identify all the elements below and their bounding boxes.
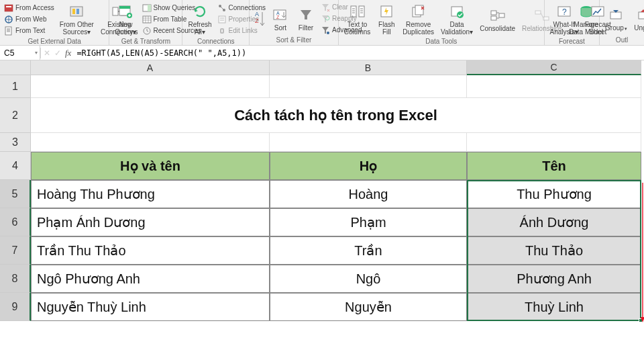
new-query-icon	[116, 3, 135, 20]
consolidate-icon	[488, 7, 507, 24]
ribbon-group-data-tools: Text toColumns FlashFill RemoveDuplicate…	[339, 0, 545, 45]
col-header-A[interactable]: A	[31, 60, 270, 75]
properties-icon	[217, 15, 227, 24]
flash-fill-label: FlashFill	[378, 21, 394, 36]
consolidate-label: Consolidate	[480, 25, 515, 32]
cell-B1[interactable]	[270, 75, 467, 98]
from-other-sources-icon	[67, 3, 86, 20]
col-header-C[interactable]: C	[467, 60, 641, 75]
from-text-button[interactable]: From Text	[3, 26, 56, 36]
row-header-3[interactable]: 3	[0, 133, 31, 152]
cell-C7[interactable]: Thu Thảo	[467, 236, 641, 265]
sort-button[interactable]: AZ Sort	[268, 5, 292, 33]
row-header-7[interactable]: 7	[0, 236, 31, 265]
clear-button[interactable]: Clear	[319, 2, 363, 13]
filter-label: Filter	[299, 24, 313, 32]
from-text-icon	[4, 26, 13, 36]
cell-B8[interactable]: Ngô	[270, 265, 467, 293]
cell-B3[interactable]	[270, 133, 467, 152]
group-label-connections: Connections	[182, 37, 249, 46]
svg-rect-33	[491, 16, 496, 20]
svg-rect-13	[148, 5, 151, 11]
cell-C8[interactable]: Phương Anh	[467, 265, 641, 293]
consolidate-button[interactable]: Consolidate	[477, 5, 518, 34]
refresh-all-button[interactable]: RefreshAll▾	[185, 1, 214, 37]
from-other-sources-button[interactable]: From OtherSources▾	[57, 1, 97, 37]
row-header-1[interactable]: 1	[0, 75, 31, 98]
row-header-9[interactable]: 9	[0, 293, 31, 321]
svg-rect-29	[415, 5, 423, 15]
cell-A3[interactable]	[31, 133, 270, 152]
cell-C5[interactable]: Thu Phương	[467, 180, 641, 208]
formula-input[interactable]	[74, 46, 644, 60]
from-access-label: From Access	[15, 4, 54, 11]
reapply-button[interactable]: Reapply	[319, 13, 363, 24]
new-query-button[interactable]: NewQuery▾	[112, 1, 139, 37]
data-validation-button[interactable]: DataValidation▾	[438, 1, 476, 37]
worksheet-grid[interactable]: A B C 1 2 3 4 5 6 7 8 9 Cách tách họ tên…	[0, 60, 644, 356]
recent-sources-icon	[142, 26, 152, 36]
cell-C4[interactable]: Tên	[467, 152, 641, 180]
clear-label: Clear	[332, 3, 348, 11]
cell-B6[interactable]: Phạm	[270, 208, 467, 236]
cell-A7[interactable]: Trần Thu Thảo	[31, 236, 270, 265]
group-label-transform: Get & Transform	[109, 37, 182, 46]
cancel-formula-icon[interactable]: ✕	[44, 48, 50, 58]
group-label-outline: Outl	[600, 36, 644, 45]
row-header-2[interactable]: 2	[0, 98, 31, 133]
group-button[interactable]: Group▾	[602, 5, 630, 33]
from-access-icon	[4, 3, 13, 13]
svg-rect-32	[491, 11, 496, 15]
cell-A4[interactable]: Họ và tên	[31, 152, 270, 180]
cell-C1[interactable]	[467, 75, 641, 98]
svg-rect-10	[119, 6, 130, 9]
ungroup-button[interactable]: Ungro	[631, 5, 644, 33]
relationships-label: Relationships	[522, 25, 562, 32]
enter-formula-icon[interactable]: ✓	[54, 48, 61, 58]
cell-C3[interactable]	[467, 133, 641, 152]
svg-rect-42	[639, 12, 644, 19]
edit-links-button[interactable]: Edit Links	[216, 26, 268, 36]
remove-duplicates-label: RemoveDuplicates	[402, 21, 434, 36]
svg-rect-3	[5, 27, 11, 35]
from-access-button[interactable]: From Access	[3, 3, 56, 13]
relationships-button[interactable]: Relationships	[519, 5, 565, 34]
svg-rect-36	[543, 17, 549, 20]
cell-A8[interactable]: Ngô Phương Anh	[31, 265, 270, 293]
svg-rect-5	[72, 9, 75, 14]
ungroup-label: Ungro	[634, 24, 644, 32]
cell-title-merged[interactable]: Cách tách họ tên trong Excel	[31, 98, 641, 133]
cell-A1[interactable]	[31, 75, 270, 98]
row-header-8[interactable]: 8	[0, 265, 31, 293]
fill-handle[interactable]	[639, 318, 643, 322]
properties-button[interactable]: Properties	[216, 14, 268, 25]
from-table-icon	[142, 15, 152, 24]
flash-fill-button[interactable]: FlashFill	[374, 1, 398, 37]
col-header-B[interactable]: B	[270, 60, 467, 75]
row-header-6[interactable]: 6	[0, 208, 31, 236]
group-label-data-tools: Data Tools	[339, 37, 544, 46]
cell-B4[interactable]: Họ	[270, 152, 467, 180]
cell-B9[interactable]: Nguyễn	[270, 293, 467, 321]
cell-B5[interactable]: Hoàng	[270, 180, 467, 208]
group-label-get-external: Get External Data	[0, 37, 109, 46]
remove-duplicates-button[interactable]: RemoveDuplicates	[400, 1, 437, 37]
fx-icon[interactable]: fx	[65, 48, 71, 58]
cell-C9[interactable]: Thuỳ Linh	[467, 293, 641, 321]
cell-A9[interactable]: Nguyễn Thuỳ Linh	[31, 293, 270, 321]
cell-A5[interactable]: Hoàng Thu Phương	[31, 180, 270, 208]
row-header-4[interactable]: 4	[0, 152, 31, 180]
row-header-5[interactable]: 5	[0, 180, 31, 208]
remove-duplicates-icon	[409, 3, 428, 20]
cell-C6[interactable]: Ánh Dương	[467, 208, 641, 236]
cell-A6[interactable]: Phạm Ánh Dương	[31, 208, 270, 236]
filter-button[interactable]: Filter	[294, 5, 318, 33]
column-headers: A B C	[31, 60, 644, 75]
cell-B7[interactable]: Trần	[270, 236, 467, 265]
select-all-corner[interactable]	[0, 60, 31, 75]
ungroup-icon	[634, 6, 644, 24]
ribbon-group-get-external-data: From Access From Web From Text From Othe…	[0, 0, 109, 45]
clear-icon	[321, 3, 330, 12]
from-web-button[interactable]: From Web	[3, 14, 56, 25]
name-box[interactable]: C5	[0, 46, 40, 60]
